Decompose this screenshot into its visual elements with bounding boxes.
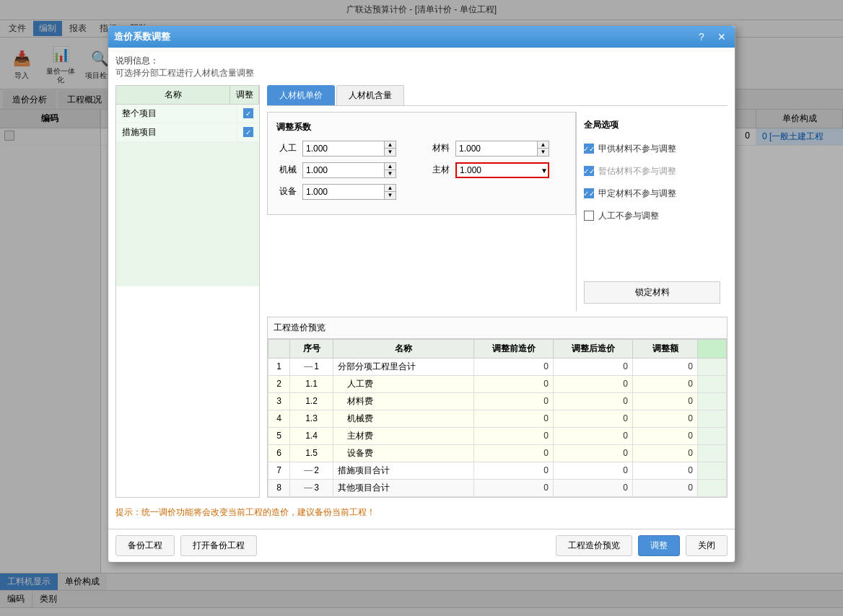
row-name: 措施项目合计	[333, 462, 474, 479]
row-after: 0	[554, 462, 633, 479]
left-adjust-header: 调整	[230, 86, 259, 104]
row-idx: 4	[268, 410, 290, 427]
whole-project-checkbox[interactable]: ✓	[243, 108, 253, 118]
modal-info-section: 说明信息： 可选择分部工程进行人材机含量调整	[115, 55, 728, 79]
row-diff: 0	[633, 410, 698, 427]
labor-spin-down[interactable]: ▼	[384, 149, 396, 156]
opt-checkbox-1[interactable]: ✓	[584, 166, 594, 176]
cost-row-2: 3 1.2 材料费 0 0 0	[268, 392, 727, 410]
main-material-select[interactable]: 1.000	[455, 162, 549, 178]
left-check-measures[interactable]: ✓	[237, 123, 259, 141]
warning-text: 提示：统一调价功能将会改变当前工程的造价，建议备份当前工程！	[115, 503, 728, 522]
coeff-row-3: 设备 ▲ ▼	[276, 184, 567, 200]
row-diff: 0	[633, 462, 698, 479]
row-before: 0	[474, 392, 554, 410]
material-spin-wrap: ▲ ▼	[455, 141, 549, 157]
cost-table-body: 1 —1 分部分项工程里合计 0 0 0 2 1.1 人工费 0 0 0 3 1…	[268, 358, 727, 496]
opt-row-3: 人工不参与调整	[584, 210, 720, 222]
opt-checkbox-3[interactable]	[584, 211, 594, 221]
coeff-title: 调整系数	[276, 121, 567, 133]
cost-col-diff: 调整额	[633, 339, 698, 358]
equip-input[interactable]	[302, 184, 396, 200]
coeff-body: 调整系数 人工 ▲ ▼	[267, 112, 576, 311]
row-seq: 1.4	[290, 427, 333, 444]
equip-spin-wrap: ▲ ▼	[302, 184, 396, 200]
material-spin-down[interactable]: ▼	[537, 149, 549, 156]
cost-preview: 工程造价预览 序号 名称 调整前造价 调整后造价	[267, 317, 728, 498]
material-spin-btns: ▲ ▼	[537, 141, 549, 156]
modal-footer: 备份工程 打开备份工程 工程造价预览 调整 关闭	[108, 529, 735, 562]
mech-spin-up[interactable]: ▲	[384, 163, 396, 171]
opt-row-2: ✓ 甲定材料不参与调整	[584, 188, 720, 200]
equip-spin-down[interactable]: ▼	[384, 192, 396, 199]
row-idx: 5	[268, 427, 290, 444]
row-extra	[698, 410, 727, 427]
main-material-label: 主材	[429, 164, 450, 176]
row-before: 0	[474, 479, 554, 496]
opt-checkbox-0[interactable]: ✓	[584, 144, 594, 154]
opt-checkbox-2[interactable]: ✓	[584, 188, 594, 198]
adjust-btn[interactable]: 调整	[638, 535, 680, 556]
mech-spin-down[interactable]: ▼	[384, 170, 396, 177]
row-name: 人工费	[333, 375, 474, 392]
row-before: 0	[474, 427, 554, 444]
cost-row-3: 4 1.3 机械费 0 0 0	[268, 410, 727, 427]
row-after: 0	[554, 444, 633, 462]
row-seq: —3	[290, 479, 333, 496]
preview-btn[interactable]: 工程造价预览	[556, 535, 632, 556]
row-before: 0	[474, 358, 554, 375]
measures-checkbox[interactable]: ✓	[243, 127, 253, 137]
material-label: 材料	[429, 142, 450, 154]
row-extra	[698, 479, 727, 496]
open-backup-btn[interactable]: 打开备份工程	[180, 535, 257, 556]
left-empty-area	[116, 142, 259, 286]
opt-row-1: ✓ 暂估材料不参与调整	[584, 165, 720, 177]
opt-label-0: 甲供材料不参与调整	[598, 143, 676, 155]
tab-unit-price[interactable]: 人材机单价	[267, 85, 335, 105]
coeff-main-material: 主材 1.000 ▼	[429, 162, 549, 178]
row-name: 设备费	[333, 444, 474, 462]
row-idx: 6	[268, 444, 290, 462]
lock-material-btn[interactable]: 锁定材料	[584, 281, 720, 304]
cost-col-extra	[698, 339, 727, 358]
row-after: 0	[554, 375, 633, 392]
mech-spin-wrap: ▲ ▼	[302, 162, 396, 178]
modal-info-label: 说明信息：	[115, 55, 728, 67]
equip-label: 设备	[276, 185, 297, 198]
modal-help-btn[interactable]: ?	[694, 30, 709, 44]
coeff-material: 材料 ▲ ▼	[429, 141, 549, 157]
labor-label: 人工	[276, 142, 297, 154]
row-extra	[698, 358, 727, 375]
row-idx: 8	[268, 479, 290, 496]
row-name: 机械费	[333, 410, 474, 427]
row-extra	[698, 375, 727, 392]
row-diff: 0	[633, 479, 698, 496]
modal-desc: 可选择分部工程进行人材机含量调整	[115, 67, 728, 79]
cost-row-5: 6 1.5 设备费 0 0 0	[268, 444, 727, 462]
left-cell-whole-name: 整个项目	[116, 105, 237, 123]
labor-spin-btns: ▲ ▼	[384, 141, 396, 156]
row-before: 0	[474, 375, 554, 392]
labor-spin-up[interactable]: ▲	[384, 141, 396, 149]
material-input[interactable]	[455, 141, 549, 157]
row-diff: 0	[633, 358, 698, 375]
left-name-header: 名称	[116, 86, 230, 104]
mech-input[interactable]	[302, 162, 396, 178]
opt-label-3: 人工不参与调整	[598, 210, 659, 222]
labor-input[interactable]	[302, 141, 396, 157]
modal-close-icon[interactable]: ✕	[715, 30, 729, 44]
row-name: 主材费	[333, 427, 474, 444]
left-check-whole[interactable]: ✓	[237, 105, 259, 123]
tab-qty[interactable]: 人材机含量	[336, 85, 404, 105]
cost-table-header-row: 序号 名称 调整前造价 调整后造价 调整额	[268, 339, 727, 358]
row-after: 0	[554, 479, 633, 496]
row-idx: 3	[268, 392, 290, 410]
close-btn[interactable]: 关闭	[686, 535, 728, 556]
equip-spin-up[interactable]: ▲	[384, 185, 396, 193]
cost-col-empty	[268, 339, 290, 358]
row-idx: 1	[268, 358, 290, 375]
material-spin-up[interactable]: ▲	[537, 141, 549, 149]
cost-col-before: 调整前造价	[474, 339, 554, 358]
row-seq: —2	[290, 462, 333, 479]
backup-btn[interactable]: 备份工程	[115, 535, 175, 556]
